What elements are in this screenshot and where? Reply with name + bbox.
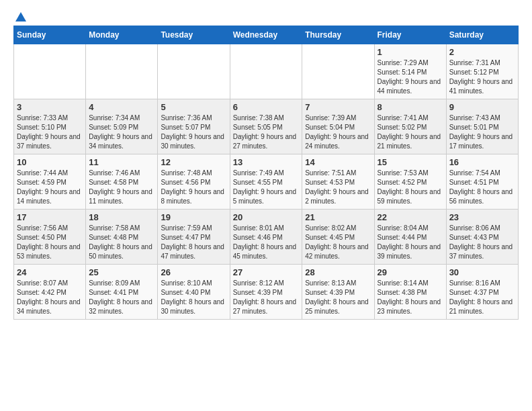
day-detail: Sunrise: 7:51 AM Sunset: 4:53 PM Dayligh… <box>305 169 371 206</box>
calendar-cell: 4Sunrise: 7:34 AM Sunset: 5:09 PM Daylig… <box>86 99 158 154</box>
day-number: 16 <box>449 157 515 167</box>
calendar-cell: 25Sunrise: 8:09 AM Sunset: 4:41 PM Dayli… <box>86 265 158 320</box>
calendar-cell: 20Sunrise: 8:01 AM Sunset: 4:46 PM Dayli… <box>230 210 302 265</box>
day-number: 13 <box>233 157 300 167</box>
day-number: 19 <box>161 212 226 222</box>
calendar-cell: 28Sunrise: 8:13 AM Sunset: 4:39 PM Dayli… <box>302 265 374 320</box>
calendar-week-2: 3Sunrise: 7:33 AM Sunset: 5:10 PM Daylig… <box>14 99 519 154</box>
calendar-cell: 18Sunrise: 7:58 AM Sunset: 4:48 PM Dayli… <box>86 210 158 265</box>
day-number: 14 <box>305 157 371 167</box>
day-header-tuesday: Tuesday <box>158 26 230 44</box>
day-detail: Sunrise: 8:09 AM Sunset: 4:41 PM Dayligh… <box>89 279 154 316</box>
day-header-wednesday: Wednesday <box>230 26 302 44</box>
calendar-cell: 14Sunrise: 7:51 AM Sunset: 4:53 PM Dayli… <box>302 154 374 210</box>
day-detail: Sunrise: 7:39 AM Sunset: 5:04 PM Dayligh… <box>305 113 371 151</box>
day-number: 8 <box>378 102 443 112</box>
calendar-cell: 1Sunrise: 7:29 AM Sunset: 5:14 PM Daylig… <box>374 44 446 99</box>
day-number: 11 <box>89 157 154 167</box>
header <box>13 13 519 19</box>
calendar-cell <box>158 44 230 99</box>
calendar-cell: 17Sunrise: 7:56 AM Sunset: 4:50 PM Dayli… <box>14 210 86 265</box>
day-number: 21 <box>305 212 371 222</box>
logo-triangle-icon <box>15 11 27 23</box>
day-number: 9 <box>449 102 515 112</box>
day-number: 20 <box>233 212 300 222</box>
day-number: 7 <box>305 102 371 112</box>
calendar-cell: 13Sunrise: 7:49 AM Sunset: 4:55 PM Dayli… <box>230 154 302 210</box>
calendar-cell: 26Sunrise: 8:10 AM Sunset: 4:40 PM Dayli… <box>158 265 230 320</box>
day-number: 3 <box>17 102 83 112</box>
logo <box>13 13 27 19</box>
calendar-cell: 27Sunrise: 8:12 AM Sunset: 4:39 PM Dayli… <box>230 265 302 320</box>
day-number: 5 <box>161 102 226 112</box>
day-detail: Sunrise: 7:56 AM Sunset: 4:50 PM Dayligh… <box>17 224 83 261</box>
day-detail: Sunrise: 8:13 AM Sunset: 4:39 PM Dayligh… <box>305 279 371 316</box>
day-number: 24 <box>17 267 83 277</box>
day-detail: Sunrise: 7:44 AM Sunset: 4:59 PM Dayligh… <box>17 169 83 206</box>
day-header-sunday: Sunday <box>14 26 86 44</box>
day-detail: Sunrise: 7:36 AM Sunset: 5:07 PM Dayligh… <box>161 113 226 151</box>
day-detail: Sunrise: 7:38 AM Sunset: 5:05 PM Dayligh… <box>233 113 300 151</box>
calendar-cell: 2Sunrise: 7:31 AM Sunset: 5:12 PM Daylig… <box>446 44 518 99</box>
day-detail: Sunrise: 8:16 AM Sunset: 4:37 PM Dayligh… <box>449 279 515 316</box>
day-number: 28 <box>305 267 371 277</box>
days-header-row: SundayMondayTuesdayWednesdayThursdayFrid… <box>14 26 519 44</box>
day-detail: Sunrise: 8:14 AM Sunset: 4:38 PM Dayligh… <box>378 279 443 316</box>
calendar-cell: 12Sunrise: 7:48 AM Sunset: 4:56 PM Dayli… <box>158 154 230 210</box>
day-number: 22 <box>378 212 443 222</box>
day-number: 10 <box>17 157 83 167</box>
day-detail: Sunrise: 7:31 AM Sunset: 5:12 PM Dayligh… <box>449 58 515 96</box>
day-number: 1 <box>378 47 443 57</box>
calendar-week-1: 1Sunrise: 7:29 AM Sunset: 5:14 PM Daylig… <box>14 44 519 99</box>
day-detail: Sunrise: 7:29 AM Sunset: 5:14 PM Dayligh… <box>378 58 443 96</box>
calendar-cell: 5Sunrise: 7:36 AM Sunset: 5:07 PM Daylig… <box>158 99 230 154</box>
calendar-week-4: 17Sunrise: 7:56 AM Sunset: 4:50 PM Dayli… <box>14 210 519 265</box>
day-number: 6 <box>233 102 300 112</box>
calendar-cell: 9Sunrise: 7:43 AM Sunset: 5:01 PM Daylig… <box>446 99 518 154</box>
calendar-cell <box>230 44 302 99</box>
calendar-table: SundayMondayTuesdayWednesdayThursdayFrid… <box>13 26 519 320</box>
day-detail: Sunrise: 8:04 AM Sunset: 4:44 PM Dayligh… <box>378 224 443 261</box>
day-number: 26 <box>161 267 226 277</box>
day-detail: Sunrise: 8:07 AM Sunset: 4:42 PM Dayligh… <box>17 279 83 316</box>
calendar-cell: 21Sunrise: 8:02 AM Sunset: 4:45 PM Dayli… <box>302 210 374 265</box>
day-number: 29 <box>378 267 443 277</box>
day-number: 15 <box>378 157 443 167</box>
calendar-cell: 7Sunrise: 7:39 AM Sunset: 5:04 PM Daylig… <box>302 99 374 154</box>
day-number: 30 <box>449 267 515 277</box>
day-number: 18 <box>89 212 154 222</box>
day-number: 25 <box>89 267 154 277</box>
calendar-cell: 30Sunrise: 8:16 AM Sunset: 4:37 PM Dayli… <box>446 265 518 320</box>
day-detail: Sunrise: 7:54 AM Sunset: 4:51 PM Dayligh… <box>449 169 515 206</box>
day-number: 12 <box>161 157 226 167</box>
calendar-cell: 22Sunrise: 8:04 AM Sunset: 4:44 PM Dayli… <box>374 210 446 265</box>
day-number: 23 <box>449 212 515 222</box>
day-detail: Sunrise: 8:06 AM Sunset: 4:43 PM Dayligh… <box>449 224 515 261</box>
calendar-cell: 29Sunrise: 8:14 AM Sunset: 4:38 PM Dayli… <box>374 265 446 320</box>
day-detail: Sunrise: 7:59 AM Sunset: 4:47 PM Dayligh… <box>161 224 226 261</box>
calendar-cell <box>14 44 86 99</box>
day-detail: Sunrise: 7:49 AM Sunset: 4:55 PM Dayligh… <box>233 169 300 206</box>
day-number: 27 <box>233 267 300 277</box>
day-detail: Sunrise: 7:33 AM Sunset: 5:10 PM Dayligh… <box>17 113 83 151</box>
day-detail: Sunrise: 8:12 AM Sunset: 4:39 PM Dayligh… <box>233 279 300 316</box>
day-detail: Sunrise: 7:34 AM Sunset: 5:09 PM Dayligh… <box>89 113 154 151</box>
day-detail: Sunrise: 8:01 AM Sunset: 4:46 PM Dayligh… <box>233 224 300 261</box>
calendar-cell: 3Sunrise: 7:33 AM Sunset: 5:10 PM Daylig… <box>14 99 86 154</box>
day-number: 17 <box>17 212 83 222</box>
calendar-cell: 10Sunrise: 7:44 AM Sunset: 4:59 PM Dayli… <box>14 154 86 210</box>
calendar-cell <box>302 44 374 99</box>
day-detail: Sunrise: 8:10 AM Sunset: 4:40 PM Dayligh… <box>161 279 226 316</box>
calendar-cell <box>86 44 158 99</box>
day-detail: Sunrise: 7:41 AM Sunset: 5:02 PM Dayligh… <box>378 113 443 151</box>
day-detail: Sunrise: 7:43 AM Sunset: 5:01 PM Dayligh… <box>449 113 515 151</box>
calendar-cell: 11Sunrise: 7:46 AM Sunset: 4:58 PM Dayli… <box>86 154 158 210</box>
calendar-cell: 8Sunrise: 7:41 AM Sunset: 5:02 PM Daylig… <box>374 99 446 154</box>
day-detail: Sunrise: 8:02 AM Sunset: 4:45 PM Dayligh… <box>305 224 371 261</box>
calendar-cell: 23Sunrise: 8:06 AM Sunset: 4:43 PM Dayli… <box>446 210 518 265</box>
day-number: 4 <box>89 102 154 112</box>
calendar-cell: 19Sunrise: 7:59 AM Sunset: 4:47 PM Dayli… <box>158 210 230 265</box>
day-detail: Sunrise: 7:48 AM Sunset: 4:56 PM Dayligh… <box>161 169 226 206</box>
day-number: 2 <box>449 47 515 57</box>
svg-marker-0 <box>15 12 26 21</box>
